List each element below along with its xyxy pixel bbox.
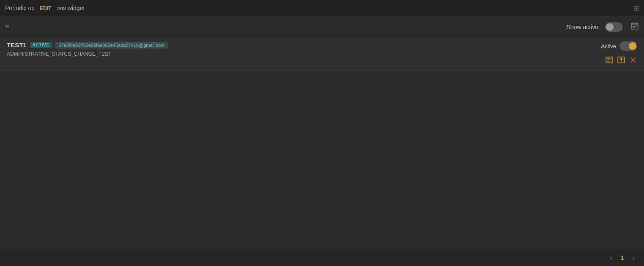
svg-rect-5 [634, 26, 636, 27]
pagination: ‹ 1 › [0, 249, 644, 266]
active-label: Active [601, 43, 616, 49]
hamburger-icon[interactable]: ≡ [5, 22, 10, 31]
calendar-icon[interactable] [630, 22, 639, 32]
prev-page-button[interactable]: ‹ [607, 253, 614, 263]
grid-icon[interactable]: ⊞ [633, 4, 639, 12]
main-content: TEST1 ACTIVE 97a6f9a93790e08fae0d0e43ada… [0, 37, 644, 266]
show-active-toggle[interactable] [605, 22, 623, 32]
op-right: Active [601, 41, 637, 66]
show-active-label: Show active [567, 24, 598, 30]
svg-rect-7 [633, 27, 634, 28]
op-left: TEST1 ACTIVE 97a6f9a93790e08fae0d0e43ada… [7, 41, 168, 57]
next-page-button[interactable]: › [630, 253, 637, 263]
page-title: Periodic opEDITons widget [5, 5, 633, 12]
export-action-icon[interactable] [617, 56, 625, 66]
status-badge: ACTIVE [30, 42, 52, 48]
show-active-toggle-wrapper: Show active [567, 22, 639, 32]
operation-subtitle: ADMINISTRATIVE_STATUS_CHANGE_TEST [7, 51, 168, 57]
email-badge: 97a6f9a93790e08fae0d0e43ada0741b@gmail.c… [55, 42, 168, 49]
title-bar: Periodic opEDITons widget ⊞ [0, 0, 644, 17]
title-part1: Periodic op [5, 5, 35, 11]
toolbar: ≡ Show active [0, 17, 644, 37]
active-toggle-thumb [629, 42, 636, 50]
delete-action-icon[interactable] [629, 56, 637, 66]
action-icons [605, 56, 637, 66]
toggle-thumb [606, 23, 614, 31]
active-toggle[interactable] [619, 41, 637, 51]
edit-button[interactable]: EDIT [37, 5, 54, 12]
op-title-row: TEST1 ACTIVE 97a6f9a93790e08fae0d0e43ada… [7, 41, 168, 49]
operation-name: TEST1 [7, 41, 27, 49]
operation-row: TEST1 ACTIVE 97a6f9a93790e08fae0d0e43ada… [0, 37, 644, 71]
svg-rect-4 [633, 26, 634, 27]
svg-rect-6 [636, 26, 637, 27]
title-part2: ons widget [56, 5, 85, 11]
current-page: 1 [618, 255, 627, 261]
list-action-icon[interactable] [605, 56, 614, 66]
svg-rect-8 [634, 27, 636, 28]
